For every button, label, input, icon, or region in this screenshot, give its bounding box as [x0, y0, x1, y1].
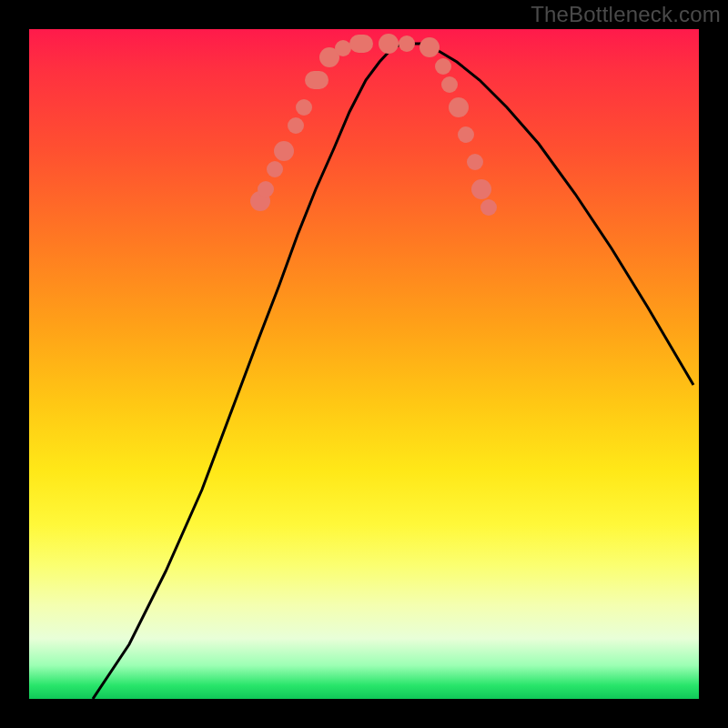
- data-point: [258, 181, 274, 197]
- data-point: [379, 34, 399, 54]
- data-point: [267, 161, 283, 177]
- data-point: [420, 37, 440, 57]
- data-point: [480, 199, 497, 216]
- data-point: [471, 179, 491, 199]
- chart-plot-area: [29, 29, 699, 699]
- data-point: [349, 35, 373, 53]
- watermark-text: TheBottleneck.com: [531, 2, 721, 27]
- data-point: [399, 35, 415, 52]
- data-point: [288, 117, 304, 134]
- bottleneck-curve: [29, 29, 699, 699]
- data-point: [435, 58, 451, 75]
- data-point: [305, 71, 329, 89]
- data-point: [441, 76, 458, 93]
- data-point: [296, 99, 312, 116]
- data-point: [449, 97, 469, 117]
- data-point: [274, 141, 294, 161]
- data-point: [467, 154, 483, 170]
- chart-frame: TheBottleneck.com: [0, 0, 728, 728]
- data-point: [458, 126, 474, 143]
